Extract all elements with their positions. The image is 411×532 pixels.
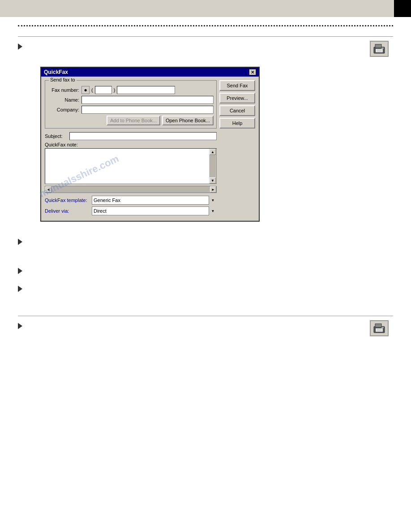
open-phone-book-button[interactable]: Open Phone Book... [162,116,214,125]
page-content: manualsshire.com QuickFax ✕ [0,32,411,337]
scroll-down-button[interactable]: ▼ [210,177,216,184]
deliver-select-wrapper: Direct ▼ [92,206,217,215]
dialog-overlay: QuickFax ✕ Send fax to Fax number: [18,67,393,222]
deliver-select[interactable]: Direct [92,206,217,215]
dialog-titlebar: QuickFax ✕ [41,68,259,77]
template-select[interactable]: Generic Fax [92,196,217,205]
horizontal-scrollbar: ◄ ► [45,186,217,193]
scroll-track-horizontal [51,186,210,193]
help-button[interactable]: Help [219,118,255,129]
dialog-close-button[interactable]: ✕ [249,69,256,75]
subject-row: Subject: [45,132,217,140]
preview-button[interactable]: Preview... [219,93,255,103]
fax-number-input[interactable] [117,86,175,94]
subject-input[interactable] [69,132,217,140]
svg-rect-8 [375,324,381,327]
fax-icon-svg-top [373,43,385,54]
template-select-wrapper: Generic Fax ▼ [92,196,217,205]
spacer-2 [18,231,393,235]
svg-rect-10 [381,327,384,328]
section-row-3 [18,268,393,274]
svg-rect-3 [381,47,384,49]
arrow-bullet-4 [18,286,22,292]
send-fax-button[interactable]: Send Fax [219,80,255,91]
svg-rect-1 [375,44,381,48]
name-label: Name: [48,97,81,103]
company-input[interactable] [81,106,214,114]
spacer-1 [18,53,393,58]
arrow-bullet-1 [18,43,22,50]
note-scrollbar: ▲ ▼ [209,149,216,184]
fax-number-inputs: ● ( ) [81,86,175,94]
note-textarea[interactable] [45,149,209,184]
cancel-button[interactable]: Cancel [219,105,255,116]
section-row-4 [18,286,393,292]
section-row-1 [18,43,393,50]
top-hr [18,36,393,37]
section-row-bottom [18,323,393,329]
scroll-right-button[interactable]: ► [210,186,216,193]
deliver-label: Deliver via: [45,208,92,214]
fax-globe-icon[interactable]: ● [81,86,90,94]
dialog-left-panel: Send fax to Fax number: ● ( ) [45,80,217,217]
template-label: QuickFax template: [45,197,92,203]
arrow-bullet-3 [18,268,22,274]
section-row-2 [18,239,393,245]
header-black-square [394,0,411,17]
company-row: Company: [48,106,214,114]
fax-icon-button-top[interactable] [370,41,389,57]
dialog-right-panel: Send Fax Preview... Cancel Help [219,80,255,217]
fax-icon-svg-bottom [373,323,385,334]
note-area-container: ▲ ▼ [45,148,217,184]
name-input[interactable] [81,96,214,104]
subject-label: Subject: [45,133,69,139]
name-row: Name: [48,96,214,104]
company-label: Company: [48,107,81,112]
scroll-up-button[interactable]: ▲ [210,149,216,155]
send-fax-group: Send fax to Fax number: ● ( ) [45,80,217,129]
template-row: QuickFax template: Generic Fax ▼ [45,196,217,205]
fax-number-row: Fax number: ● ( ) [48,86,214,94]
spacer-4 [18,278,393,282]
group-legend: Send fax to [49,77,77,82]
fax-area-input[interactable] [95,86,112,94]
spacer-5 [18,296,393,311]
quickfax-dialog: QuickFax ✕ Send fax to Fax number: [40,67,260,222]
arrow-bullet-bottom [18,323,22,329]
fax-icon-button-bottom[interactable] [370,320,389,336]
dialog-body: Send fax to Fax number: ● ( ) [41,77,259,221]
scroll-track-vertical [210,155,216,177]
fax-number-label: Fax number: [48,87,81,93]
dotted-separator [18,25,393,26]
deliver-row: Deliver via: Direct ▼ [45,206,217,215]
arrow-bullet-2 [18,239,22,245]
note-label: QuickFax note: [45,142,217,147]
header-bar [0,0,411,17]
phone-book-row: Add to Phone Book... Open Phone Book... [48,116,214,125]
spacer-3 [18,249,393,264]
bottom-hr [18,316,393,316]
scroll-left-button[interactable]: ◄ [45,186,51,193]
dialog-title: QuickFax [44,69,68,75]
add-phone-book-button[interactable]: Add to Phone Book... [107,116,160,125]
